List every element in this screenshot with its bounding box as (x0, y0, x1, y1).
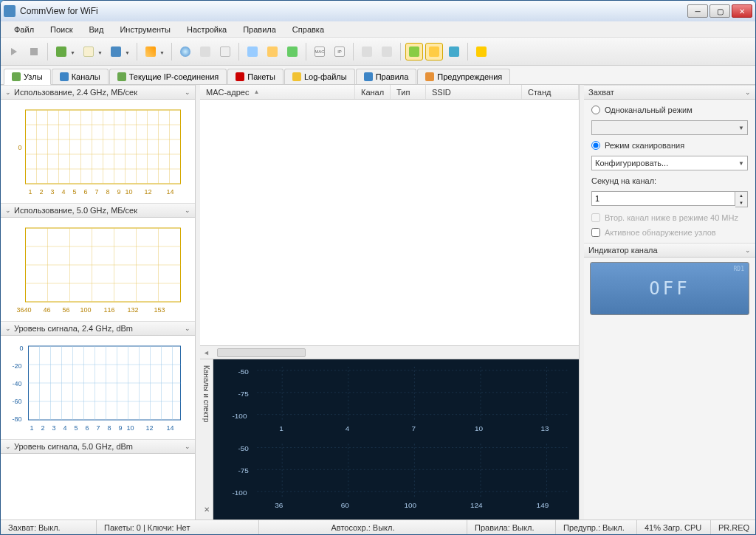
svg-text:116: 116 (104, 306, 115, 314)
key-button[interactable] (472, 43, 490, 61)
mac-button[interactable]: MAC (311, 43, 329, 61)
radio-scan-mode[interactable]: Режим сканирования (591, 141, 748, 150)
check-active-discovery[interactable]: Активное обнаружение узлов (591, 228, 748, 237)
table-body[interactable] (200, 100, 579, 345)
nodes-button[interactable] (244, 43, 261, 61)
new-file-icon (83, 46, 94, 57)
new-button[interactable]: ▼ (80, 43, 97, 61)
spectrum-close-button[interactable]: ✕ (204, 505, 210, 514)
menubar: Файл Поиск Вид Инструменты Настройка Пра… (1, 21, 755, 38)
minimize-button[interactable]: ─ (687, 4, 708, 18)
col-channel[interactable]: Канал (355, 85, 391, 99)
wrench-icon (362, 46, 372, 57)
menu-help[interactable]: Справка (285, 23, 331, 36)
menu-tools[interactable]: Инструменты (112, 23, 178, 36)
link-button[interactable] (264, 43, 281, 61)
section-signal-50[interactable]: ⌄Уровень сигнала, 5.0 GHz, dBm⌄ (1, 439, 195, 454)
chevron-down-icon: ⌄ (185, 325, 190, 332)
radio-single-channel-input[interactable] (591, 106, 600, 114)
radio-label: Одноканальный режим (605, 106, 693, 114)
capture-header[interactable]: Захват⌄ (584, 85, 755, 100)
stop-icon (30, 48, 38, 55)
svg-text:4: 4 (346, 424, 350, 432)
tab-nodes[interactable]: Узлы (4, 69, 51, 85)
magnify-button[interactable] (176, 43, 194, 61)
wand-icon (145, 46, 156, 57)
play-icon (11, 48, 17, 55)
play-button[interactable] (5, 43, 23, 61)
menu-search[interactable]: Поиск (43, 23, 80, 36)
svg-text:100: 100 (80, 306, 92, 314)
maximize-button[interactable]: ▢ (709, 4, 730, 18)
menu-view[interactable]: Вид (82, 23, 111, 36)
ip-button[interactable]: IP (331, 43, 348, 61)
menu-file[interactable]: Файл (7, 23, 41, 36)
doc-button[interactable] (216, 43, 234, 61)
col-mac[interactable]: MAC-адрес▲ (200, 85, 355, 99)
svg-text:7: 7 (97, 424, 100, 432)
svg-text:14: 14 (167, 188, 174, 196)
nodes-icon (247, 46, 258, 57)
log-button[interactable] (196, 43, 214, 61)
check-label: Втор. канал ниже в режиме 40 MHz (605, 213, 738, 222)
wizard-button[interactable]: ▼ (142, 43, 159, 61)
app-icon (4, 5, 16, 17)
menu-rules[interactable]: Правила (236, 23, 284, 36)
tab-ip-connections[interactable]: Текущие IP-соединения (109, 69, 227, 84)
section-usage-50[interactable]: ⌄Использование, 5.0 GHz, МБ/сек⌄ (1, 203, 195, 218)
tab-rules[interactable]: Правила (356, 69, 417, 84)
wrench1-button[interactable] (358, 43, 376, 61)
filter-m-button[interactable] (425, 43, 443, 61)
sec-per-channel-stepper[interactable]: ▲▼ (591, 191, 748, 207)
spin-up-button[interactable]: ▲ (735, 192, 747, 199)
tab-log-files[interactable]: Log-файлы (284, 69, 355, 84)
chevron-icon: ⌄ (5, 443, 11, 450)
titlebar[interactable]: CommView for WiFi ─ ▢ ✕ (1, 1, 755, 21)
svg-text:10: 10 (126, 188, 133, 196)
main-window: CommView for WiFi ─ ▢ ✕ Файл Поиск Вид И… (0, 0, 756, 535)
horizontal-scrollbar[interactable]: ◄ (200, 345, 579, 359)
spin-down-button[interactable]: ▼ (735, 199, 747, 207)
section-signal-24[interactable]: ⌄Уровень сигнала, 2.4 GHz, dBm⌄ (1, 321, 195, 336)
indicator-header[interactable]: Индикатор канала⌄ (584, 243, 755, 258)
menu-settings[interactable]: Настройка (179, 23, 234, 36)
filter-c-button[interactable] (445, 43, 463, 61)
col-standard[interactable]: Станд (522, 85, 579, 99)
rules-tab-icon (364, 72, 373, 81)
toolbar: ▼ ▼ ▼ ▼ MAC IP (1, 38, 755, 66)
svg-text:0: 0 (18, 144, 22, 151)
configure-combo[interactable]: Конфигурировать...▼ (591, 156, 748, 170)
sec-per-channel-label: Секунд на канал: (591, 176, 748, 185)
svg-text:-80: -80 (13, 415, 22, 423)
scroll-thumb[interactable] (217, 348, 306, 357)
tab-warnings[interactable]: Предупреждения (417, 69, 510, 84)
section-title: Уровень сигнала, 2.4 GHz, dBm (11, 324, 185, 333)
section-usage-24[interactable]: ⌄Использование, 2.4 GHz, МБ/сек⌄ (1, 85, 195, 100)
close-button[interactable]: ✕ (732, 4, 752, 18)
col-ssid[interactable]: SSID (426, 85, 522, 99)
filter-d-button[interactable] (405, 43, 423, 61)
svg-text:149: 149 (537, 501, 549, 509)
chart-usage-50: 36404656100116132153 (5, 224, 190, 318)
radio-scan-mode-input[interactable] (591, 141, 600, 150)
radio-single-channel[interactable]: Одноканальный режим (591, 106, 748, 114)
open-button[interactable]: ▼ (52, 43, 70, 61)
lcd-display: OFF (649, 278, 690, 299)
check-active-discovery-input[interactable] (591, 228, 600, 237)
tab-channels[interactable]: Каналы (52, 69, 109, 84)
wrench2-button[interactable] (378, 43, 396, 61)
tab-label: Пакеты (247, 72, 275, 81)
svg-text:8: 8 (108, 424, 111, 432)
sec-per-channel-input[interactable] (591, 191, 735, 206)
tab-label: Узлы (24, 72, 43, 81)
check-label: Активное обнаружение узлов (605, 228, 716, 237)
stop-button[interactable] (25, 43, 43, 61)
svg-text:10: 10 (127, 424, 134, 432)
col-type[interactable]: Тип (391, 85, 426, 99)
save-button[interactable]: ▼ (107, 43, 125, 61)
connect-button[interactable] (284, 43, 301, 61)
section-title: Уровень сигнала, 5.0 GHz, dBm (11, 442, 185, 451)
doc-icon (220, 46, 230, 57)
tab-packets[interactable]: Пакеты (227, 69, 284, 84)
spectrum-vtab[interactable]: Каналы и спектр ✕ (200, 359, 213, 520)
